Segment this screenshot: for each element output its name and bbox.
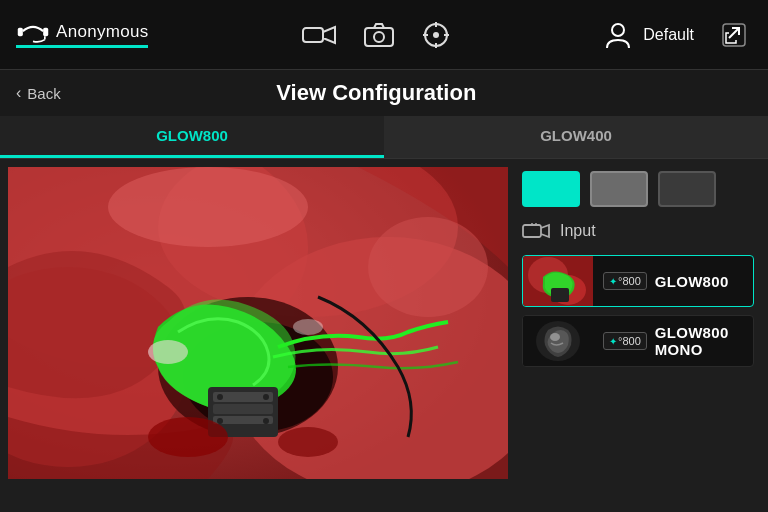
source-items-list: ✦ °800 GLOW800 xyxy=(522,255,754,367)
share-btn[interactable] xyxy=(716,17,752,53)
tabs-bar: GLOW800 GLOW400 xyxy=(0,116,768,159)
input-icon xyxy=(522,221,550,241)
topbar: Anonymous xyxy=(0,0,768,70)
source-label-group-glow800mono: ✦ °800 GLOW800MONO xyxy=(593,324,753,358)
svg-point-12 xyxy=(433,32,439,38)
video-area xyxy=(8,167,508,479)
input-section: Input xyxy=(522,221,754,241)
svg-rect-27 xyxy=(213,404,273,414)
source-item-glow800mono[interactable]: ✦ °800 GLOW800MONO xyxy=(522,315,754,367)
svg-point-31 xyxy=(217,418,223,424)
svg-point-34 xyxy=(278,427,338,457)
settings-btn[interactable] xyxy=(422,21,450,49)
swatch-teal[interactable] xyxy=(522,171,580,207)
svg-point-21 xyxy=(108,167,308,247)
profile-name-label: Default xyxy=(643,26,694,44)
swatch-dark-gray[interactable] xyxy=(658,171,716,207)
username-label: Anonymous xyxy=(56,22,148,42)
source-badge-glow800mono: ✦ °800 xyxy=(603,332,647,350)
back-label: Back xyxy=(27,85,60,102)
back-chevron-icon: ‹ xyxy=(16,84,21,102)
right-panel: Input xyxy=(508,159,768,512)
svg-line-15 xyxy=(729,28,739,38)
source-label-group-glow800: ✦ °800 GLOW800 xyxy=(593,272,753,290)
svg-point-13 xyxy=(612,24,624,36)
surgical-scene xyxy=(8,167,508,479)
source-item-glow800[interactable]: ✦ °800 GLOW800 xyxy=(522,255,754,307)
main-panel: Input xyxy=(0,159,768,512)
badge-icon-glow800mono: ✦ xyxy=(609,336,617,347)
video-canvas xyxy=(8,167,508,479)
source-thumb-glow800mono xyxy=(523,315,593,367)
svg-rect-0 xyxy=(18,28,23,36)
svg-point-36 xyxy=(293,319,323,335)
svg-rect-5 xyxy=(365,28,393,46)
profile-icon xyxy=(603,20,633,50)
svg-marker-4 xyxy=(323,27,335,43)
svg-rect-37 xyxy=(523,225,541,237)
swatch-gray[interactable] xyxy=(590,171,648,207)
svg-point-6 xyxy=(374,32,384,42)
source-name-glow800mono: GLOW800MONO xyxy=(655,324,729,358)
video-camera-btn[interactable] xyxy=(302,24,336,46)
svg-point-46 xyxy=(550,333,560,341)
svg-point-29 xyxy=(217,394,223,400)
svg-point-22 xyxy=(368,217,488,317)
headset-icon xyxy=(16,21,50,43)
badge-icon-glow800: ✦ xyxy=(609,276,617,287)
svg-point-32 xyxy=(263,418,269,424)
source-name-glow800: GLOW800 xyxy=(655,273,729,290)
back-button[interactable]: ‹ Back xyxy=(16,84,61,102)
svg-rect-43 xyxy=(551,288,569,302)
topbar-center-controls xyxy=(302,21,450,49)
tab-glow400[interactable]: GLOW400 xyxy=(384,116,768,158)
source-badge-glow800: ✦ °800 xyxy=(603,272,647,290)
svg-point-35 xyxy=(148,340,188,364)
tab-glow800[interactable]: GLOW800 xyxy=(0,116,384,158)
input-label: Input xyxy=(560,222,596,240)
content-area: ‹ Back View Configuration GLOW800 GLOW40… xyxy=(0,70,768,512)
user-icon-group[interactable]: Anonymous xyxy=(16,21,148,43)
svg-rect-1 xyxy=(43,28,48,36)
svg-rect-3 xyxy=(303,28,323,42)
camera-btn[interactable] xyxy=(364,23,394,47)
source-thumb-glow800 xyxy=(523,255,593,307)
user-section[interactable]: Anonymous xyxy=(16,21,148,48)
backbar: ‹ Back View Configuration xyxy=(0,70,768,116)
profile-section[interactable]: Default xyxy=(603,17,752,53)
svg-point-30 xyxy=(263,394,269,400)
color-swatches xyxy=(522,171,754,207)
page-title: View Configuration xyxy=(61,80,692,106)
svg-point-33 xyxy=(148,417,228,457)
